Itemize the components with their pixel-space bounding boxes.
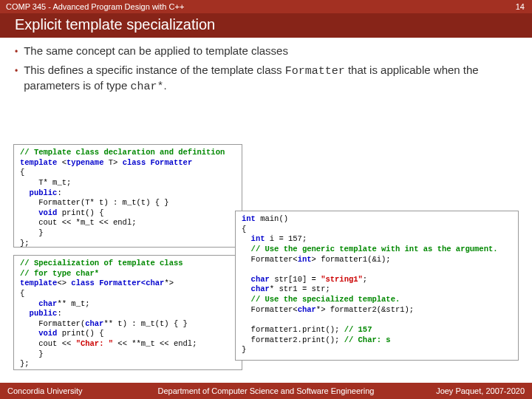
- code-template-class: // Template class declaration and defini…: [13, 144, 242, 248]
- footer-right: Joey Paquet, 2007-2020: [436, 386, 525, 395]
- header-bar: COMP 345 - Advanced Program Design with …: [0, 0, 532, 13]
- code-specialization: // Specialization of template class // f…: [13, 255, 242, 370]
- bullet-1: • The same concept can be applied to tem…: [15, 44, 517, 58]
- bullet-dot: •: [15, 44, 18, 58]
- bullet-dot: •: [15, 63, 18, 95]
- code-main: int main() { int i = 157; // Use the gen…: [235, 211, 519, 361]
- slide-title: Explicit template specialization: [0, 13, 532, 38]
- code-area: // Template class declaration and defini…: [13, 144, 519, 373]
- slide-number: 14: [516, 2, 525, 11]
- footer-bar: Concordia University Department of Compu…: [0, 383, 532, 399]
- bullet-2: • This defines a specific instance of th…: [15, 63, 517, 95]
- bullet-text: The same concept can be applied to templ…: [24, 44, 288, 58]
- body-content: • The same concept can be applied to tem…: [0, 38, 532, 95]
- course-label: COMP 345 - Advanced Program Design with …: [6, 2, 184, 11]
- bullet-text: This defines a specific instance of the …: [24, 63, 517, 95]
